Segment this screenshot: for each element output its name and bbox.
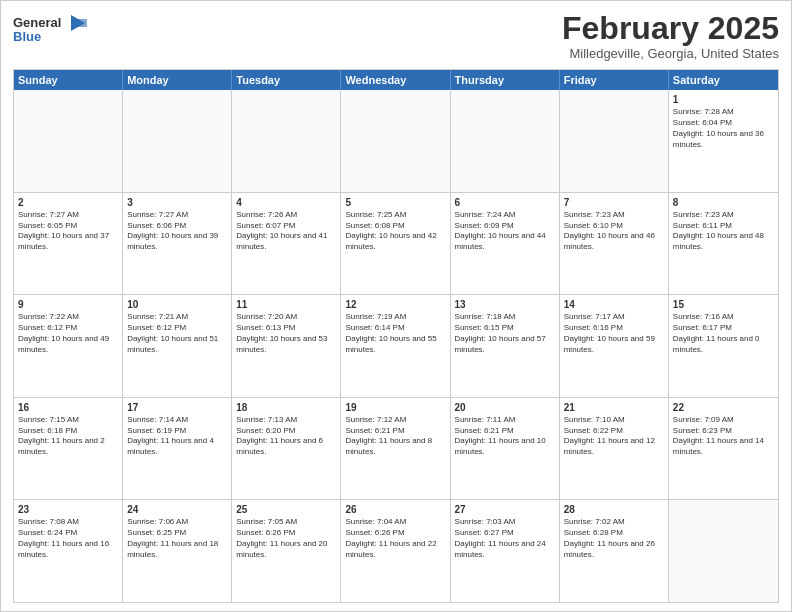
calendar-page: General Blue February 2025 Milledgeville… — [0, 0, 792, 612]
header-day-thursday: Thursday — [451, 70, 560, 90]
calendar-cell — [560, 90, 669, 192]
day-number: 3 — [127, 196, 227, 209]
day-number: 25 — [236, 503, 336, 516]
calendar-cell: 27Sunrise: 7:03 AM Sunset: 6:27 PM Dayli… — [451, 500, 560, 602]
calendar-cell: 14Sunrise: 7:17 AM Sunset: 6:16 PM Dayli… — [560, 295, 669, 397]
calendar-cell: 5Sunrise: 7:25 AM Sunset: 6:08 PM Daylig… — [341, 193, 450, 295]
calendar-cell: 28Sunrise: 7:02 AM Sunset: 6:28 PM Dayli… — [560, 500, 669, 602]
day-number: 21 — [564, 401, 664, 414]
day-number: 22 — [673, 401, 774, 414]
day-info: Sunrise: 7:06 AM Sunset: 6:25 PM Dayligh… — [127, 517, 227, 560]
calendar-cell: 15Sunrise: 7:16 AM Sunset: 6:17 PM Dayli… — [669, 295, 778, 397]
day-info: Sunrise: 7:10 AM Sunset: 6:22 PM Dayligh… — [564, 415, 664, 458]
calendar-row-1: 1Sunrise: 7:28 AM Sunset: 6:04 PM Daylig… — [14, 90, 778, 193]
day-info: Sunrise: 7:28 AM Sunset: 6:04 PM Dayligh… — [673, 107, 774, 150]
calendar-cell — [14, 90, 123, 192]
day-number: 4 — [236, 196, 336, 209]
title-area: February 2025 Milledgeville, Georgia, Un… — [562, 11, 779, 61]
day-number: 5 — [345, 196, 445, 209]
calendar-row-2: 2Sunrise: 7:27 AM Sunset: 6:05 PM Daylig… — [14, 193, 778, 296]
svg-marker-3 — [76, 19, 87, 27]
calendar-cell: 1Sunrise: 7:28 AM Sunset: 6:04 PM Daylig… — [669, 90, 778, 192]
calendar-cell: 6Sunrise: 7:24 AM Sunset: 6:09 PM Daylig… — [451, 193, 560, 295]
calendar-cell: 12Sunrise: 7:19 AM Sunset: 6:14 PM Dayli… — [341, 295, 450, 397]
calendar-header: SundayMondayTuesdayWednesdayThursdayFrid… — [14, 70, 778, 90]
svg-text:General: General — [13, 15, 61, 30]
day-info: Sunrise: 7:20 AM Sunset: 6:13 PM Dayligh… — [236, 312, 336, 355]
day-number: 26 — [345, 503, 445, 516]
day-info: Sunrise: 7:21 AM Sunset: 6:12 PM Dayligh… — [127, 312, 227, 355]
day-number: 19 — [345, 401, 445, 414]
day-number: 17 — [127, 401, 227, 414]
calendar-row-4: 16Sunrise: 7:15 AM Sunset: 6:18 PM Dayli… — [14, 398, 778, 501]
calendar-grid: SundayMondayTuesdayWednesdayThursdayFrid… — [13, 69, 779, 603]
calendar-body: 1Sunrise: 7:28 AM Sunset: 6:04 PM Daylig… — [14, 90, 778, 602]
day-info: Sunrise: 7:14 AM Sunset: 6:19 PM Dayligh… — [127, 415, 227, 458]
calendar-cell: 7Sunrise: 7:23 AM Sunset: 6:10 PM Daylig… — [560, 193, 669, 295]
calendar-cell: 10Sunrise: 7:21 AM Sunset: 6:12 PM Dayli… — [123, 295, 232, 397]
day-number: 12 — [345, 298, 445, 311]
header-day-monday: Monday — [123, 70, 232, 90]
calendar-cell: 16Sunrise: 7:15 AM Sunset: 6:18 PM Dayli… — [14, 398, 123, 500]
logo-svg: General Blue — [13, 11, 93, 49]
calendar-cell — [341, 90, 450, 192]
calendar-cell — [232, 90, 341, 192]
day-number: 10 — [127, 298, 227, 311]
calendar-cell: 18Sunrise: 7:13 AM Sunset: 6:20 PM Dayli… — [232, 398, 341, 500]
month-title: February 2025 — [562, 11, 779, 46]
day-number: 18 — [236, 401, 336, 414]
day-info: Sunrise: 7:08 AM Sunset: 6:24 PM Dayligh… — [18, 517, 118, 560]
day-number: 16 — [18, 401, 118, 414]
calendar-cell: 4Sunrise: 7:26 AM Sunset: 6:07 PM Daylig… — [232, 193, 341, 295]
day-number: 23 — [18, 503, 118, 516]
day-number: 28 — [564, 503, 664, 516]
calendar-cell: 17Sunrise: 7:14 AM Sunset: 6:19 PM Dayli… — [123, 398, 232, 500]
day-info: Sunrise: 7:25 AM Sunset: 6:08 PM Dayligh… — [345, 210, 445, 253]
day-number: 11 — [236, 298, 336, 311]
day-info: Sunrise: 7:09 AM Sunset: 6:23 PM Dayligh… — [673, 415, 774, 458]
calendar-cell: 3Sunrise: 7:27 AM Sunset: 6:06 PM Daylig… — [123, 193, 232, 295]
calendar-cell: 9Sunrise: 7:22 AM Sunset: 6:12 PM Daylig… — [14, 295, 123, 397]
day-info: Sunrise: 7:12 AM Sunset: 6:21 PM Dayligh… — [345, 415, 445, 458]
header-day-sunday: Sunday — [14, 70, 123, 90]
day-number: 27 — [455, 503, 555, 516]
calendar-cell — [123, 90, 232, 192]
calendar-row-5: 23Sunrise: 7:08 AM Sunset: 6:24 PM Dayli… — [14, 500, 778, 602]
day-info: Sunrise: 7:26 AM Sunset: 6:07 PM Dayligh… — [236, 210, 336, 253]
day-number: 9 — [18, 298, 118, 311]
day-number: 15 — [673, 298, 774, 311]
calendar-cell: 25Sunrise: 7:05 AM Sunset: 6:26 PM Dayli… — [232, 500, 341, 602]
day-info: Sunrise: 7:11 AM Sunset: 6:21 PM Dayligh… — [455, 415, 555, 458]
day-info: Sunrise: 7:19 AM Sunset: 6:14 PM Dayligh… — [345, 312, 445, 355]
day-info: Sunrise: 7:16 AM Sunset: 6:17 PM Dayligh… — [673, 312, 774, 355]
calendar-cell: 23Sunrise: 7:08 AM Sunset: 6:24 PM Dayli… — [14, 500, 123, 602]
header-day-tuesday: Tuesday — [232, 70, 341, 90]
calendar-cell — [451, 90, 560, 192]
day-info: Sunrise: 7:02 AM Sunset: 6:28 PM Dayligh… — [564, 517, 664, 560]
calendar-cell: 11Sunrise: 7:20 AM Sunset: 6:13 PM Dayli… — [232, 295, 341, 397]
day-number: 24 — [127, 503, 227, 516]
day-info: Sunrise: 7:27 AM Sunset: 6:05 PM Dayligh… — [18, 210, 118, 253]
header-day-friday: Friday — [560, 70, 669, 90]
day-number: 20 — [455, 401, 555, 414]
calendar-cell: 19Sunrise: 7:12 AM Sunset: 6:21 PM Dayli… — [341, 398, 450, 500]
day-info: Sunrise: 7:23 AM Sunset: 6:10 PM Dayligh… — [564, 210, 664, 253]
day-info: Sunrise: 7:17 AM Sunset: 6:16 PM Dayligh… — [564, 312, 664, 355]
day-info: Sunrise: 7:15 AM Sunset: 6:18 PM Dayligh… — [18, 415, 118, 458]
calendar-row-3: 9Sunrise: 7:22 AM Sunset: 6:12 PM Daylig… — [14, 295, 778, 398]
day-number: 1 — [673, 93, 774, 106]
day-number: 8 — [673, 196, 774, 209]
day-info: Sunrise: 7:04 AM Sunset: 6:26 PM Dayligh… — [345, 517, 445, 560]
day-info: Sunrise: 7:23 AM Sunset: 6:11 PM Dayligh… — [673, 210, 774, 253]
day-info: Sunrise: 7:18 AM Sunset: 6:15 PM Dayligh… — [455, 312, 555, 355]
svg-text:Blue: Blue — [13, 29, 41, 44]
page-header: General Blue February 2025 Milledgeville… — [13, 11, 779, 61]
day-info: Sunrise: 7:05 AM Sunset: 6:26 PM Dayligh… — [236, 517, 336, 560]
day-info: Sunrise: 7:24 AM Sunset: 6:09 PM Dayligh… — [455, 210, 555, 253]
day-info: Sunrise: 7:13 AM Sunset: 6:20 PM Dayligh… — [236, 415, 336, 458]
day-info: Sunrise: 7:27 AM Sunset: 6:06 PM Dayligh… — [127, 210, 227, 253]
day-number: 14 — [564, 298, 664, 311]
day-number: 2 — [18, 196, 118, 209]
day-number: 13 — [455, 298, 555, 311]
calendar-cell: 20Sunrise: 7:11 AM Sunset: 6:21 PM Dayli… — [451, 398, 560, 500]
